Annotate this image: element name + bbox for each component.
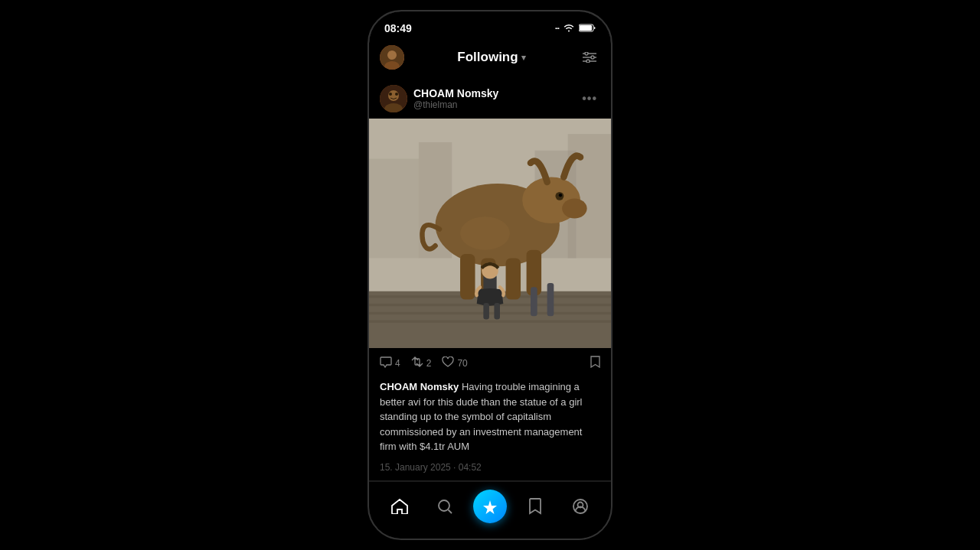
- phone-screen: 08:49 ···: [369, 11, 611, 539]
- post-header: CHOAM Nomsky @thielman •••: [369, 77, 611, 119]
- post-item: CHOAM Nomsky @thielman •••: [369, 77, 611, 481]
- nav-bookmarks[interactable]: [518, 493, 552, 520]
- status-time: 08:49: [384, 22, 412, 34]
- svg-rect-31: [460, 254, 475, 300]
- svg-rect-38: [483, 303, 489, 320]
- filter-button[interactable]: [579, 47, 600, 68]
- feed: CHOAM Nomsky @thielman •••: [369, 77, 611, 481]
- post-user-info: CHOAM Nomsky @thielman: [413, 87, 498, 110]
- heart-icon: [442, 356, 454, 369]
- bookmark-action[interactable]: [590, 356, 600, 370]
- post-timestamp: 15. January 2025 · 04:52: [369, 461, 611, 480]
- nav-search[interactable]: [428, 493, 462, 520]
- status-icons: ···: [555, 23, 596, 34]
- svg-rect-25: [369, 321, 611, 323]
- like-count: 70: [457, 358, 467, 369]
- post-content-author: CHOAM Nomsky: [380, 381, 459, 392]
- svg-rect-33: [506, 258, 521, 299]
- header: Following ▾: [369, 39, 611, 77]
- repost-action[interactable]: 2: [411, 356, 432, 369]
- post-content: CHOAM Nomsky Having trouble imagining a …: [369, 376, 611, 461]
- svg-point-8: [585, 52, 588, 55]
- nav-home[interactable]: [383, 493, 416, 520]
- post-image: [369, 119, 611, 348]
- wifi-icon: [564, 23, 574, 34]
- feed-title-text: Following: [457, 50, 518, 65]
- svg-point-28: [562, 199, 586, 219]
- comment-icon: [380, 356, 392, 370]
- svg-point-35: [460, 216, 510, 249]
- svg-point-45: [439, 500, 449, 511]
- svg-rect-24: [369, 312, 611, 314]
- post-username: CHOAM Nomsky: [413, 87, 498, 99]
- post-user[interactable]: CHOAM Nomsky @thielman: [380, 85, 498, 112]
- svg-line-46: [448, 510, 452, 514]
- battery-icon: [579, 23, 596, 34]
- comment-action[interactable]: 4: [380, 356, 400, 370]
- svg-point-15: [395, 93, 398, 96]
- svg-rect-39: [494, 303, 500, 320]
- nav-profile[interactable]: [564, 493, 597, 520]
- svg-rect-41: [547, 283, 554, 316]
- svg-point-9: [591, 56, 594, 59]
- svg-point-10: [586, 60, 590, 63]
- user-avatar[interactable]: [380, 45, 404, 70]
- svg-rect-1: [580, 25, 592, 31]
- bottom-nav: [369, 481, 611, 539]
- comment-count: 4: [395, 358, 400, 369]
- dynamic-island: [452, 19, 528, 41]
- phone-frame: 08:49 ···: [368, 10, 612, 540]
- repost-count: 2: [426, 358, 432, 369]
- repost-icon: [411, 356, 423, 369]
- svg-marker-47: [483, 500, 497, 514]
- svg-rect-40: [531, 287, 537, 316]
- feed-title[interactable]: Following ▾: [457, 50, 525, 65]
- post-avatar: [380, 85, 407, 112]
- svg-point-3: [387, 50, 397, 60]
- post-actions: 4 2: [369, 348, 611, 376]
- svg-point-30: [559, 194, 562, 197]
- post-more-button[interactable]: •••: [579, 92, 600, 106]
- nav-compose-button[interactable]: [473, 490, 507, 523]
- svg-point-14: [389, 93, 392, 96]
- svg-rect-17: [369, 159, 419, 259]
- like-action[interactable]: 70: [442, 356, 467, 369]
- bookmark-icon: [590, 356, 600, 370]
- chevron-down-icon: ▾: [521, 53, 526, 63]
- signal-icon: ···: [555, 24, 559, 33]
- post-handle: @thielman: [413, 99, 498, 110]
